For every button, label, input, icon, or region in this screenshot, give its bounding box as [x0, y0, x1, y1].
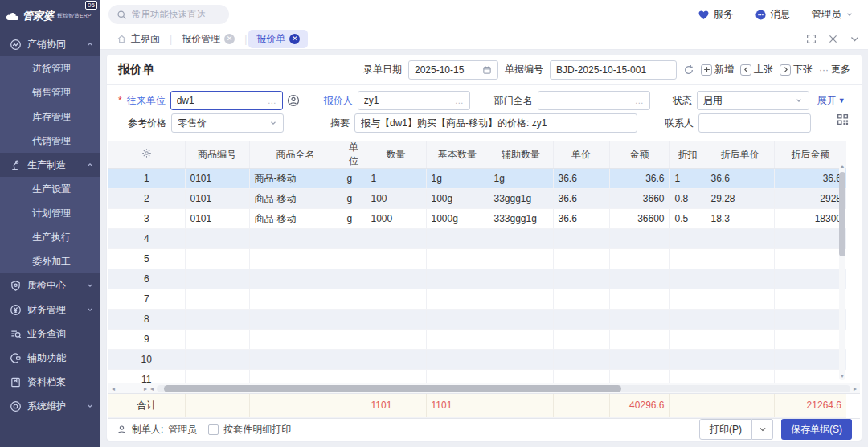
- cell-aux_qty[interactable]: [489, 330, 553, 350]
- row-number[interactable]: 7: [108, 289, 185, 310]
- cell-amount[interactable]: [609, 229, 669, 249]
- cell-code[interactable]: 0101: [185, 189, 249, 209]
- new-button[interactable]: 新增: [701, 63, 734, 76]
- cell-disc_price[interactable]: [706, 269, 774, 289]
- row-number[interactable]: 4: [108, 229, 185, 249]
- cell-name[interactable]: 商品-移动: [249, 189, 342, 209]
- cell-unit[interactable]: g: [342, 189, 366, 209]
- search-input[interactable]: [132, 10, 220, 19]
- cell-aux_qty[interactable]: 1g: [489, 169, 553, 189]
- close-icon[interactable]: ✕: [289, 34, 300, 44]
- sidebar-item-plan-mgmt[interactable]: 计划管理: [0, 201, 100, 225]
- cell-base_qty[interactable]: [426, 249, 489, 269]
- more-button[interactable]: ··· 更多: [819, 63, 850, 76]
- close-window-icon[interactable]: [828, 34, 838, 44]
- doc-no-input[interactable]: [556, 64, 670, 76]
- scroll-up-arrow[interactable]: ▲: [839, 163, 845, 170]
- table-row[interactable]: 4: [108, 229, 846, 249]
- cell-disc_price[interactable]: [706, 330, 774, 350]
- cell-code[interactable]: [185, 249, 249, 269]
- doc-no-field[interactable]: [550, 60, 677, 80]
- cell-discount[interactable]: [669, 269, 706, 289]
- cell-disc_price[interactable]: [706, 249, 774, 269]
- cell-qty[interactable]: [366, 350, 426, 370]
- cell-aux_qty[interactable]: [489, 249, 553, 269]
- cell-price[interactable]: 36.6: [553, 169, 609, 189]
- quick-search[interactable]: [108, 5, 229, 24]
- cell-discount[interactable]: [669, 370, 706, 383]
- cell-code[interactable]: [185, 310, 249, 330]
- cell-name[interactable]: 商品-移动: [249, 209, 342, 229]
- cell-name[interactable]: [249, 229, 342, 249]
- user-menu[interactable]: 管理员: [812, 8, 854, 22]
- table-row[interactable]: 30101商品-移动g10001000g333ggg1g36.6366000.5…: [108, 209, 846, 229]
- cell-unit[interactable]: [342, 269, 366, 289]
- row-number[interactable]: 5: [108, 249, 185, 269]
- cell-unit[interactable]: [342, 350, 366, 370]
- collapse-icon[interactable]: [850, 34, 860, 44]
- cell-name[interactable]: [249, 310, 342, 330]
- kit-detail-checkbox[interactable]: [208, 424, 219, 435]
- cell-price[interactable]: [553, 330, 609, 350]
- cell-disc_price[interactable]: [706, 350, 774, 370]
- ellipsis-picker-icon[interactable]: …: [635, 96, 644, 105]
- table-row[interactable]: 7: [108, 289, 846, 310]
- row-number[interactable]: 10: [108, 350, 185, 370]
- cell-price[interactable]: [553, 249, 609, 269]
- cell-qty[interactable]: [366, 269, 426, 289]
- cell-unit[interactable]: g: [342, 209, 366, 229]
- quoter-field[interactable]: …: [358, 91, 470, 110]
- cell-qty[interactable]: [366, 330, 426, 350]
- messages-menu[interactable]: 消息: [755, 8, 791, 22]
- horizontal-scroll-thumb[interactable]: [164, 385, 622, 392]
- print-dropdown-button[interactable]: [752, 419, 773, 440]
- cell-disc_amount[interactable]: [774, 269, 846, 289]
- cell-unit[interactable]: [342, 229, 366, 249]
- cell-aux_qty[interactable]: 33ggg1g: [489, 189, 553, 209]
- cell-aux_qty[interactable]: [489, 310, 553, 330]
- sidebar-item-consignment-mgmt[interactable]: 代销管理: [0, 129, 100, 153]
- cell-qty[interactable]: [366, 370, 426, 383]
- column-header[interactable]: 单价: [553, 141, 609, 169]
- summary-field[interactable]: [354, 113, 637, 133]
- fullscreen-icon[interactable]: [806, 34, 817, 44]
- sidebar-item-production-exec[interactable]: 生产执行: [0, 225, 100, 249]
- column-header[interactable]: 单位: [342, 141, 366, 169]
- sidebar-item-sales-mgmt[interactable]: 销售管理: [0, 80, 100, 105]
- cell-price[interactable]: [553, 269, 609, 289]
- cell-aux_qty[interactable]: [489, 229, 553, 249]
- print-button[interactable]: 打印(P): [699, 419, 752, 440]
- status-select[interactable]: [697, 91, 809, 110]
- row-number[interactable]: 8: [108, 310, 185, 330]
- cell-qty[interactable]: [366, 289, 426, 310]
- cell-aux_qty[interactable]: [489, 269, 553, 289]
- cell-amount[interactable]: [609, 269, 669, 289]
- cell-price[interactable]: [553, 289, 609, 310]
- cell-name[interactable]: [249, 370, 342, 383]
- column-header[interactable]: 基本数量: [426, 141, 489, 169]
- cell-base_qty[interactable]: 1g: [426, 169, 489, 189]
- scroll-left-arrow[interactable]: ◂: [150, 385, 154, 392]
- column-header[interactable]: 折后单价: [706, 141, 774, 169]
- cell-disc_amount[interactable]: [774, 310, 846, 330]
- sidebar-item-purchase-mgmt[interactable]: 进货管理: [0, 56, 100, 80]
- prev-doc-button[interactable]: 上张: [740, 63, 773, 76]
- vertical-scroll-thumb[interactable]: [839, 172, 845, 256]
- sidebar-item-business-query[interactable]: 业务查询: [0, 322, 100, 346]
- cell-amount[interactable]: [609, 310, 669, 330]
- cell-base_qty[interactable]: [426, 289, 489, 310]
- cell-price[interactable]: [553, 310, 609, 330]
- cell-discount[interactable]: [669, 289, 706, 310]
- cell-disc_amount[interactable]: 36.6: [774, 169, 846, 189]
- frozen-scroll-arrows[interactable]: ◂▸: [112, 385, 147, 392]
- sidebar-item-production-mfg[interactable]: 生产制造: [0, 153, 100, 177]
- cell-base_qty[interactable]: [426, 370, 489, 383]
- cell-disc_amount[interactable]: 2928: [774, 189, 846, 209]
- row-number[interactable]: 3: [108, 209, 185, 229]
- ellipsis-picker-icon[interactable]: …: [455, 96, 464, 105]
- cell-aux_qty[interactable]: [489, 350, 553, 370]
- contact-input[interactable]: [705, 117, 805, 129]
- cell-base_qty[interactable]: [426, 229, 489, 249]
- cell-base_qty[interactable]: [426, 310, 489, 330]
- cell-discount[interactable]: 0.8: [669, 189, 706, 209]
